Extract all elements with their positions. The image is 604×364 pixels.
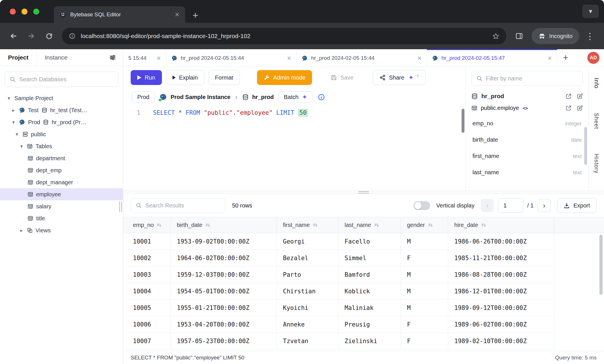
- cell-gender[interactable]: M: [401, 300, 448, 316]
- cell-emp_no[interactable]: 10003: [123, 266, 170, 283]
- tree-item-tables-group[interactable]: ▾ Tables: [0, 140, 123, 152]
- cell-emp_no[interactable]: 10002: [123, 250, 170, 266]
- tree-item-table-title[interactable]: title: [0, 212, 123, 224]
- cell-emp_no[interactable]: 10004: [123, 283, 170, 300]
- cell-first_name[interactable]: Bezalel: [276, 250, 338, 266]
- cell-birth_date[interactable]: 1959-12-03T00:00:00Z: [170, 266, 276, 283]
- share-button[interactable]: Share ✦ ✦: [373, 70, 426, 85]
- database-breadcrumb[interactable]: hr_prod: [242, 94, 274, 100]
- tree-item-table-employee[interactable]: employee: [0, 188, 123, 200]
- sheet-tab-2[interactable]: hr_prod 2024-02-05 15:44 ×: [166, 49, 297, 66]
- new-sheet-button[interactable]: +: [557, 49, 574, 66]
- cell-birth_date[interactable]: 1953-04-20T00:00:00Z: [170, 316, 276, 333]
- editor-scrollbar[interactable]: [462, 109, 464, 133]
- cell-birth_date[interactable]: 1953-09-02T00:00:00Z: [170, 233, 276, 250]
- forward-button[interactable]: [23, 28, 39, 44]
- sheet-tab-4-active[interactable]: hr_prod 2024-02-05 15:47 ×: [427, 49, 557, 66]
- cell-first_name[interactable]: Chirstian: [276, 283, 338, 300]
- panel-splitter[interactable]: [123, 191, 604, 194]
- sort-icon[interactable]: [313, 223, 318, 228]
- column-header-gender[interactable]: gender: [401, 217, 448, 233]
- sidebar-resize-handle[interactable]: [119, 201, 122, 212]
- close-icon[interactable]: ×: [548, 55, 552, 62]
- tree-item-table-dept-emp[interactable]: dept_emp: [0, 164, 123, 176]
- user-avatar[interactable]: AD: [587, 52, 599, 64]
- column-header-emp-no[interactable]: emp_no: [123, 217, 170, 233]
- tree-item-table-dept-manager[interactable]: dept_manager: [0, 176, 123, 188]
- cell-emp_no[interactable]: 10001: [123, 233, 170, 250]
- cell-birth_date[interactable]: 1954-05-01T00:00:00Z: [170, 283, 276, 300]
- environment-chip[interactable]: Prod: [132, 91, 155, 103]
- caret-down-icon[interactable]: ▾: [11, 119, 16, 125]
- cell-last_name[interactable]: Bamford: [338, 266, 401, 283]
- cell-hire_date[interactable]: 1986-08-28T00:00:00Z: [448, 266, 554, 283]
- sort-icon[interactable]: [374, 223, 379, 228]
- export-button[interactable]: Export: [557, 198, 597, 213]
- search-results-input[interactable]: [145, 202, 221, 209]
- caret-right-icon[interactable]: ▸: [19, 228, 24, 234]
- cell-hire_date[interactable]: 1989-06-02T00:00:00Z: [448, 316, 554, 333]
- cell-hire_date[interactable]: 1986-06-26T00:00:00Z: [448, 233, 554, 250]
- search-databases-input[interactable]: [19, 76, 113, 83]
- browser-tab[interactable]: Bytebase SQL Editor ×: [54, 6, 185, 23]
- batch-button[interactable]: Batch ✦: [278, 91, 313, 103]
- format-button[interactable]: Format: [208, 70, 240, 85]
- cell-birth_date[interactable]: 1955-01-21T00:00:00Z: [170, 300, 276, 316]
- cell-birth_date[interactable]: 1964-06-02T00:00:00Z: [170, 250, 276, 266]
- close-icon[interactable]: ×: [156, 55, 161, 62]
- filter-by-name-input[interactable]: [486, 75, 578, 82]
- cell-gender[interactable]: F: [401, 316, 448, 333]
- window-minimize-button[interactable]: [21, 9, 28, 15]
- results-scrollbar[interactable]: [599, 235, 603, 295]
- schema-scrollbar[interactable]: [584, 127, 587, 165]
- cell-hire_date[interactable]: 1989-02-10T00:00:00Z: [448, 333, 554, 349]
- sort-icon[interactable]: [205, 223, 210, 228]
- code-brackets-icon[interactable]: <>: [522, 105, 527, 111]
- cell-emp_no[interactable]: 10007: [123, 333, 170, 349]
- page-input[interactable]: [498, 198, 523, 213]
- cell-birth_date[interactable]: 1957-05-23T00:00:00Z: [170, 333, 276, 349]
- sort-icon[interactable]: [428, 223, 433, 228]
- sql-editor[interactable]: 1 SELECT * FROM "public"."employee" LIMI…: [123, 105, 465, 191]
- cell-first_name[interactable]: Tzvetan: [276, 333, 338, 349]
- new-tab-button[interactable]: +: [193, 10, 198, 20]
- sheet-tab-1[interactable]: 5 15:44 ×: [123, 49, 166, 66]
- instance-breadcrumb[interactable]: Prod Sample Instance: [159, 93, 230, 101]
- cell-emp_no[interactable]: 10006: [123, 316, 170, 333]
- site-info-icon[interactable]: [69, 33, 76, 39]
- cell-first_name[interactable]: Anneke: [276, 316, 338, 333]
- admin-mode-button[interactable]: Admin mode: [257, 70, 312, 85]
- edit-icon[interactable]: [577, 105, 583, 111]
- tree-item-table-department[interactable]: department: [0, 152, 123, 164]
- cell-last_name[interactable]: Preusig: [338, 316, 401, 333]
- cell-gender[interactable]: F: [401, 250, 448, 266]
- tab-history[interactable]: History: [593, 154, 600, 173]
- caret-down-icon[interactable]: ▾: [19, 143, 24, 149]
- tree-item-views-group[interactable]: ▸ Views: [0, 224, 123, 236]
- cell-hire_date[interactable]: 1985-11-21T00:00:00Z: [448, 250, 554, 266]
- column-header-hire-date[interactable]: hire_date: [448, 217, 554, 233]
- caret-down-icon[interactable]: ▾: [6, 95, 11, 101]
- tree-item-sample-project[interactable]: ▾ Sample Project: [0, 92, 123, 104]
- close-tab-icon[interactable]: ×: [175, 11, 179, 19]
- cell-gender[interactable]: M: [401, 266, 448, 283]
- edit-icon[interactable]: [577, 93, 583, 99]
- next-page-button[interactable]: ›: [538, 199, 551, 212]
- tree-item-table-salary[interactable]: salary: [0, 200, 123, 212]
- cell-first_name[interactable]: Parto: [276, 266, 338, 283]
- external-link-icon[interactable]: [566, 105, 572, 111]
- column-header-last-name[interactable]: last_name: [338, 217, 401, 233]
- info-icon[interactable]: [317, 93, 325, 101]
- back-button[interactable]: [6, 28, 21, 44]
- cell-hire_date[interactable]: 1989-09-12T00:00:00Z: [448, 300, 554, 316]
- cell-gender[interactable]: F: [401, 333, 448, 349]
- cell-hire_date[interactable]: 1986-12-01T00:00:00Z: [448, 283, 554, 300]
- sort-icon[interactable]: [481, 223, 486, 228]
- run-button[interactable]: Run: [131, 70, 162, 85]
- close-icon[interactable]: ×: [287, 55, 291, 62]
- prev-page-button[interactable]: ‹: [481, 199, 494, 212]
- cell-first_name[interactable]: Georgi: [276, 233, 338, 250]
- external-link-icon[interactable]: [566, 93, 572, 99]
- bookmark-star-icon[interactable]: [492, 33, 499, 40]
- browser-menu-button[interactable]: ⋮: [582, 31, 598, 41]
